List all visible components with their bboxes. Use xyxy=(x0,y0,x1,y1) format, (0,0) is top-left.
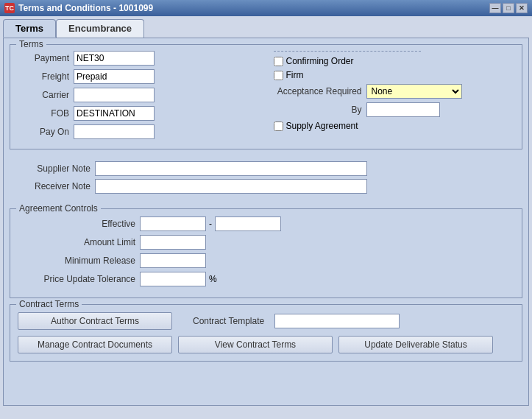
agreement-controls-group: Agreement Controls Effective - Amount Li… xyxy=(10,208,522,298)
title-bar-left: TC Terms and Conditions - 1001099 xyxy=(4,3,153,13)
price-tolerance-row: Price Update Tolerance % xyxy=(18,272,514,286)
app-icon-label: TC xyxy=(5,4,14,12)
effective-row: Effective - xyxy=(18,216,514,231)
price-tolerance-label: Price Update Tolerance xyxy=(18,274,135,284)
main-window: Terms Encumbrance Terms Payment Freight xyxy=(0,16,532,419)
window-title: Terms and Conditions - 1001099 xyxy=(18,3,153,13)
contract-template-input[interactable] xyxy=(274,314,400,328)
price-tolerance-input[interactable] xyxy=(140,272,206,286)
payon-row: Pay On xyxy=(18,124,259,139)
view-contract-terms-button[interactable]: View Contract Terms xyxy=(178,336,333,353)
confirming-order-row: Confirming Order xyxy=(274,56,515,66)
acceptance-required-row: Acceptance Required None Acceptance Requ… xyxy=(274,84,515,99)
amount-limit-input[interactable] xyxy=(140,235,206,250)
contract-terms-label: Contract Terms xyxy=(16,299,82,309)
fob-input[interactable] xyxy=(74,106,155,121)
freight-label: Freight xyxy=(18,71,69,82)
content-area: Terms Payment Freight Carrier xyxy=(3,38,529,406)
app-icon: TC xyxy=(4,3,15,13)
agreement-controls-label: Agreement Controls xyxy=(16,203,101,214)
carrier-label: Carrier xyxy=(18,90,69,100)
supply-agreement-checkbox[interactable] xyxy=(274,122,283,131)
supplier-note-input[interactable] xyxy=(95,161,367,176)
contract-template-label: Contract Template xyxy=(193,316,264,326)
carrier-row: Carrier xyxy=(18,88,259,102)
freight-input[interactable] xyxy=(74,69,155,84)
maximize-button[interactable]: □ xyxy=(503,3,514,13)
terms-group: Terms Payment Freight Carrier xyxy=(10,44,522,149)
tab-bar: Terms Encumbrance xyxy=(3,19,529,38)
tab-terms[interactable]: Terms xyxy=(3,19,56,38)
by-label: By xyxy=(274,105,362,115)
receiver-note-row: Receiver Note xyxy=(17,179,515,194)
payon-label: Pay On xyxy=(18,127,69,137)
contract-template-row: Author Contract Terms Contract Template xyxy=(18,312,514,330)
acceptance-required-select[interactable]: None Acceptance Required Inspection Requ… xyxy=(366,84,462,99)
fob-label: FOB xyxy=(18,108,69,119)
terms-left: Payment Freight Carrier FOB xyxy=(18,51,259,143)
effective-to-input[interactable] xyxy=(215,216,281,231)
minimum-release-label: Minimum Release xyxy=(18,256,135,266)
minimum-release-row: Minimum Release xyxy=(18,253,514,268)
firm-label: Firm xyxy=(286,70,304,80)
supply-agreement-row: Supply Agreement xyxy=(274,121,515,131)
fob-row: FOB xyxy=(18,106,259,121)
terms-inner: Payment Freight Carrier FOB xyxy=(18,51,514,143)
effective-separator: - xyxy=(209,219,212,229)
minimum-release-input[interactable] xyxy=(140,253,206,268)
window-controls[interactable]: — □ ✕ xyxy=(489,3,528,13)
by-row: By xyxy=(274,102,515,117)
receiver-note-input[interactable] xyxy=(95,179,367,194)
payon-input[interactable] xyxy=(74,124,155,139)
payment-input[interactable] xyxy=(74,51,155,66)
percent-suffix: % xyxy=(209,274,217,284)
firm-row: Firm xyxy=(274,70,515,80)
supply-agreement-label: Supply Agreement xyxy=(286,121,358,131)
effective-from-input[interactable] xyxy=(140,216,206,231)
title-bar: TC Terms and Conditions - 1001099 — □ ✕ xyxy=(0,0,532,16)
manage-contract-documents-button[interactable]: Manage Contract Documents xyxy=(18,336,172,353)
close-button[interactable]: ✕ xyxy=(516,3,528,13)
author-contract-terms-button[interactable]: Author Contract Terms xyxy=(18,312,172,330)
dotted-separator xyxy=(274,51,421,52)
payment-label: Payment xyxy=(18,53,69,63)
minimize-button[interactable]: — xyxy=(489,3,501,13)
update-deliverable-status-button[interactable]: Update Deliverable Status xyxy=(338,336,493,353)
effective-label: Effective xyxy=(18,219,135,229)
by-input[interactable] xyxy=(366,102,440,117)
terms-right: Confirming Order Firm Acceptance Require… xyxy=(274,51,515,143)
tab-encumbrance[interactable]: Encumbrance xyxy=(56,19,144,38)
confirming-order-checkbox[interactable] xyxy=(274,57,283,66)
confirming-order-label: Confirming Order xyxy=(286,56,354,66)
terms-group-label: Terms xyxy=(16,39,46,49)
receiver-note-label: Receiver Note xyxy=(17,181,91,191)
supplier-note-row: Supplier Note xyxy=(17,161,515,176)
contract-terms-group: Contract Terms Author Contract Terms Con… xyxy=(10,304,522,362)
acceptance-required-label: Acceptance Required xyxy=(274,86,362,96)
supplier-note-label: Supplier Note xyxy=(17,163,91,174)
carrier-input[interactable] xyxy=(74,88,155,102)
freight-row: Freight xyxy=(18,69,259,84)
firm-checkbox[interactable] xyxy=(274,71,283,80)
amount-limit-label: Amount Limit xyxy=(18,237,135,247)
amount-limit-row: Amount Limit xyxy=(18,235,514,250)
contract-buttons-row: Manage Contract Documents View Contract … xyxy=(18,336,514,353)
payment-row: Payment xyxy=(18,51,259,66)
notes-section: Supplier Note Receiver Note xyxy=(10,155,522,203)
